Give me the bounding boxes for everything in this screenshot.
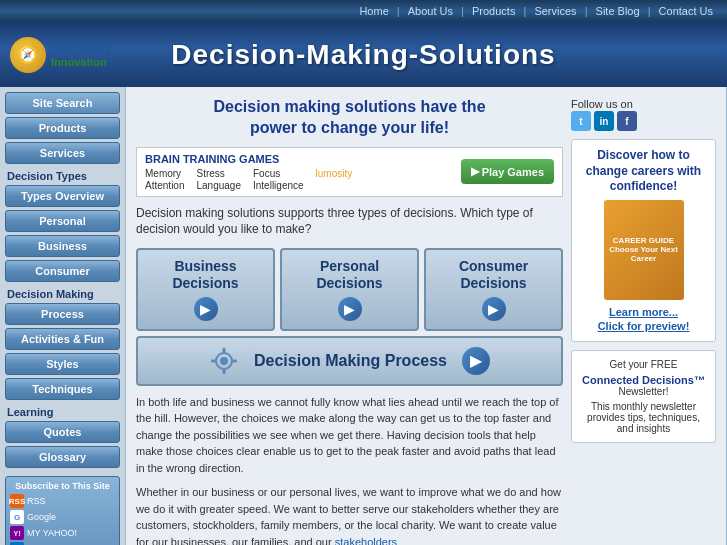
sidebar-section-learning: Learning: [7, 406, 120, 418]
main-heading: Decision making solutions have the power…: [136, 97, 563, 139]
brain-title: BRAIN TRAINING GAMES: [145, 153, 461, 165]
process-text: Decision Making Process: [254, 352, 447, 370]
yahoo-icon: Y!: [10, 526, 24, 540]
rss-rss[interactable]: RSS RSS: [10, 494, 115, 508]
sidebar-item-process[interactable]: Process: [5, 303, 120, 325]
sidebar-item-quotes[interactable]: Quotes: [5, 421, 120, 443]
svg-rect-3: [223, 369, 226, 374]
main-layout: Site Search Products Services Decision T…: [0, 87, 727, 545]
personal-decisions-text: Personal Decisions: [287, 258, 412, 292]
ad-click-preview-link[interactable]: Click for preview!: [598, 320, 690, 332]
brain-left: BRAIN TRAINING GAMES Memory Attention St…: [145, 153, 461, 191]
ad-newsletter-subtitle: Connected Decisions™: [580, 374, 707, 386]
rss-items: RSS RSS G Google Y! MY YAHOO! M MY MSN B: [10, 494, 115, 545]
sidebar-item-products[interactable]: Products: [5, 117, 120, 139]
brain-col-3: Focus Intelligence: [253, 168, 304, 191]
sidebar-item-styles[interactable]: Styles: [5, 353, 120, 375]
personal-arrow-icon: ▶: [338, 297, 362, 321]
rss-google[interactable]: G Google: [10, 510, 115, 524]
svg-point-1: [220, 357, 228, 365]
brain-language: Language: [196, 180, 241, 191]
brain-items: Memory Attention Stress Language Focus I…: [145, 168, 461, 191]
ad-book-text-2: Choose Your Next Career: [609, 245, 679, 263]
svg-rect-2: [223, 348, 226, 353]
page-title: Decision-Making-Solutions: [171, 39, 555, 71]
logo-name-bottom: Innovation: [51, 56, 109, 69]
site-logo[interactable]: 🧭 Decision Innovation: [10, 37, 109, 73]
ad-learn-more-link[interactable]: Learn more...: [609, 306, 678, 318]
brain-focus: Focus: [253, 168, 304, 179]
brain-intelligence: Intelligence: [253, 180, 304, 191]
right-sidebar: Follow us on t in f Discover how to chan…: [571, 97, 716, 545]
subscribe-title: Subscribe to This Site: [10, 481, 115, 491]
heading-line2: power to change your life!: [250, 119, 449, 136]
nav-home[interactable]: Home: [359, 5, 388, 17]
body-paragraph-2: Whether in our business or our personal …: [136, 484, 563, 545]
business-decisions-box[interactable]: Business Decisions ▶: [136, 248, 275, 331]
ad-book-image[interactable]: CAREER GUIDE Choose Your Next Career: [604, 200, 684, 300]
ad-newsletter-subtitle2: Newsletter!: [580, 386, 707, 397]
google-icon: G: [10, 510, 24, 524]
sidebar-item-personal[interactable]: Personal: [5, 210, 120, 232]
brain-memory: Memory: [145, 168, 184, 179]
sidebar-section-decision-types: Decision Types: [7, 170, 120, 182]
svg-rect-4: [211, 359, 216, 362]
ad-careers-box: Discover how to change careers with conf…: [571, 139, 716, 342]
twitter-icon[interactable]: t: [571, 111, 591, 131]
body-paragraph-1: In both life and business we cannot full…: [136, 394, 563, 477]
sidebar-item-techniques[interactable]: Techniques: [5, 378, 120, 400]
content-left: Decision making solutions have the power…: [136, 97, 563, 545]
business-decisions-text: Business Decisions: [143, 258, 268, 292]
process-arrow-icon: ▶: [462, 347, 490, 375]
stakeholders-link[interactable]: stakeholders: [335, 536, 397, 545]
business-arrow-icon: ▶: [194, 297, 218, 321]
brain-attention: Attention: [145, 180, 184, 191]
logo-name-top: Decision: [51, 40, 109, 57]
process-box[interactable]: Decision Making Process ▶: [136, 336, 563, 386]
linkedin-icon[interactable]: in: [594, 111, 614, 131]
social-icons: t in f: [571, 111, 716, 131]
sidebar-item-services[interactable]: Services: [5, 142, 120, 164]
facebook-icon[interactable]: f: [617, 111, 637, 131]
brain-col-2: Stress Language: [196, 168, 241, 191]
rss-yahoo[interactable]: Y! MY YAHOO!: [10, 526, 115, 540]
personal-decisions-box[interactable]: Personal Decisions ▶: [280, 248, 419, 331]
top-navigation: Home | About Us | Products | Services | …: [0, 0, 727, 22]
main-content: Decision making solutions have the power…: [125, 87, 727, 545]
follow-text: Follow us on: [571, 98, 633, 110]
intro-text: Decision making solutions supports three…: [136, 205, 563, 239]
sidebar-item-consumer[interactable]: Consumer: [5, 260, 120, 282]
subscribe-box: Subscribe to This Site RSS RSS G Google …: [5, 476, 120, 545]
process-gear-icon: [209, 346, 239, 376]
consumer-arrow-icon: ▶: [482, 297, 506, 321]
consumer-decisions-box[interactable]: Consumer Decisions ▶: [424, 248, 563, 331]
rss-icon: RSS: [10, 494, 24, 508]
ad-book-text-1: CAREER GUIDE: [613, 236, 674, 245]
sidebar-section-decision-making: Decision Making: [7, 288, 120, 300]
nav-about[interactable]: About Us: [408, 5, 453, 17]
search-label: Site Search: [5, 92, 120, 114]
sidebar-item-business[interactable]: Business: [5, 235, 120, 257]
heading-line1: Decision making solutions have the: [213, 98, 485, 115]
logo-icon: 🧭: [10, 37, 46, 73]
ad-newsletter-box: Get your FREE Connected Decisions™ Newsl…: [571, 350, 716, 443]
svg-rect-5: [232, 359, 237, 362]
brain-training-banner: BRAIN TRAINING GAMES Memory Attention St…: [136, 147, 563, 197]
decision-boxes: Business Decisions ▶ Personal Decisions …: [136, 248, 563, 331]
nav-services[interactable]: Services: [534, 5, 576, 17]
follow-box: Follow us on t in f: [571, 97, 716, 131]
nav-blog[interactable]: Site Blog: [596, 5, 640, 17]
consumer-decisions-text: Consumer Decisions: [431, 258, 556, 292]
sidebar-item-activities[interactable]: Activities & Fun: [5, 328, 120, 350]
play-games-button[interactable]: Play Games: [461, 159, 554, 184]
sidebar-item-glossary[interactable]: Glossary: [5, 446, 120, 468]
ad-newsletter-body: This monthly newsletter provides tips, t…: [580, 401, 707, 434]
site-header: 🧭 Decision Innovation Decision-Making-So…: [0, 22, 727, 87]
ad-newsletter-title: Get your FREE: [580, 359, 707, 370]
nav-contact[interactable]: Contact Us: [659, 5, 713, 17]
content-area: Decision making solutions have the power…: [136, 97, 716, 545]
ad-careers-title: Discover how to change careers with conf…: [580, 148, 707, 195]
nav-products[interactable]: Products: [472, 5, 515, 17]
sidebar: Site Search Products Services Decision T…: [0, 87, 125, 545]
sidebar-item-types-overview[interactable]: Types Overview: [5, 185, 120, 207]
